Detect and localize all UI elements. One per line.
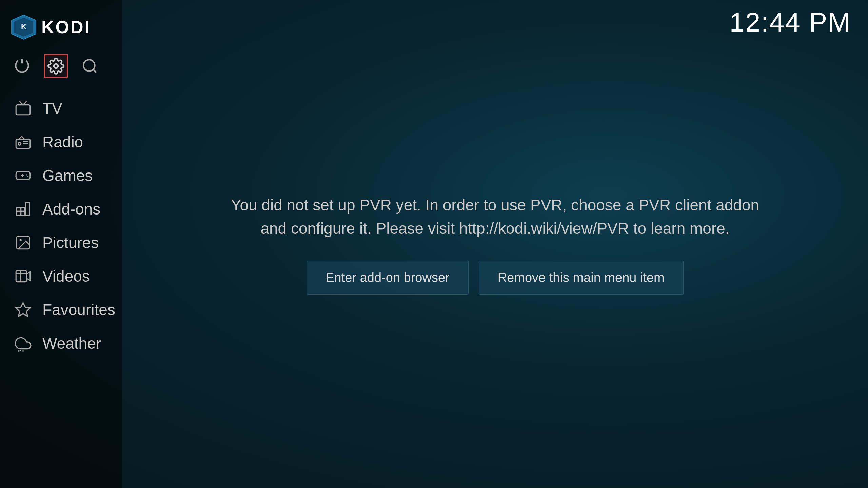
sidebar: K KODI bbox=[0, 0, 122, 488]
pictures-icon bbox=[14, 233, 32, 252]
tv-icon bbox=[14, 99, 32, 118]
svg-point-14 bbox=[26, 174, 27, 175]
svg-point-3 bbox=[54, 64, 58, 68]
kodi-logo-text: KODI bbox=[41, 17, 91, 37]
main-content: You did not set up PVR yet. In order to … bbox=[122, 0, 868, 488]
enter-addon-browser-button[interactable]: Enter add-on browser bbox=[307, 261, 468, 295]
svg-rect-20 bbox=[26, 203, 29, 216]
radio-icon bbox=[14, 133, 32, 151]
sidebar-item-radio[interactable]: Radio bbox=[0, 125, 122, 159]
favourites-icon bbox=[14, 300, 32, 319]
sidebar-item-pictures-label: Pictures bbox=[42, 233, 99, 252]
svg-point-15 bbox=[27, 176, 28, 177]
sidebar-item-games-label: Games bbox=[42, 166, 93, 185]
svg-rect-6 bbox=[16, 105, 30, 115]
sidebar-item-games[interactable]: Games bbox=[0, 159, 122, 192]
settings-button[interactable] bbox=[44, 54, 68, 78]
sidebar-item-videos[interactable]: Videos bbox=[0, 259, 122, 293]
svg-line-5 bbox=[93, 69, 96, 73]
header: K KODI bbox=[0, 7, 122, 51]
svg-rect-16 bbox=[17, 207, 20, 211]
pvr-message-container: You did not set up PVR yet. In order to … bbox=[224, 194, 766, 240]
svg-point-22 bbox=[19, 239, 21, 241]
nav-menu: TV Radio Games Add-ons bbox=[0, 88, 122, 488]
pvr-message-text: You did not set up PVR yet. In order to … bbox=[224, 194, 766, 240]
kodi-logo: K KODI bbox=[10, 14, 91, 41]
kodi-logo-icon: K bbox=[10, 14, 37, 41]
sidebar-item-radio-label: Radio bbox=[42, 133, 83, 151]
svg-rect-18 bbox=[17, 212, 20, 215]
svg-rect-24 bbox=[16, 273, 26, 274]
sidebar-item-favourites[interactable]: Favourites bbox=[0, 293, 122, 326]
svg-rect-17 bbox=[21, 207, 24, 211]
svg-text:K: K bbox=[21, 22, 26, 31]
svg-point-4 bbox=[83, 60, 95, 71]
power-button[interactable] bbox=[10, 54, 34, 78]
svg-rect-19 bbox=[21, 212, 24, 215]
sidebar-item-tv-label: TV bbox=[42, 99, 62, 118]
remove-menu-item-button[interactable]: Remove this main menu item bbox=[479, 261, 684, 295]
videos-icon bbox=[14, 267, 32, 285]
toolbar bbox=[0, 51, 122, 88]
svg-rect-23 bbox=[16, 270, 26, 282]
games-icon bbox=[14, 166, 32, 185]
weather-icon bbox=[14, 334, 32, 352]
sidebar-item-addons[interactable]: Add-ons bbox=[0, 192, 122, 226]
search-button[interactable] bbox=[78, 54, 102, 78]
action-buttons: Enter add-on browser Remove this main me… bbox=[307, 261, 684, 295]
addons-icon bbox=[14, 200, 32, 218]
svg-rect-25 bbox=[20, 270, 21, 282]
svg-point-8 bbox=[18, 142, 21, 145]
sidebar-item-favourites-label: Favourites bbox=[42, 301, 115, 319]
sidebar-item-weather-label: Weather bbox=[42, 334, 101, 352]
sidebar-item-tv[interactable]: TV bbox=[0, 92, 122, 125]
sidebar-item-videos-label: Videos bbox=[42, 267, 90, 285]
sidebar-item-pictures[interactable]: Pictures bbox=[0, 226, 122, 259]
svg-marker-26 bbox=[16, 303, 30, 316]
sidebar-item-addons-label: Add-ons bbox=[42, 200, 100, 218]
sidebar-item-weather[interactable]: Weather bbox=[0, 326, 122, 360]
